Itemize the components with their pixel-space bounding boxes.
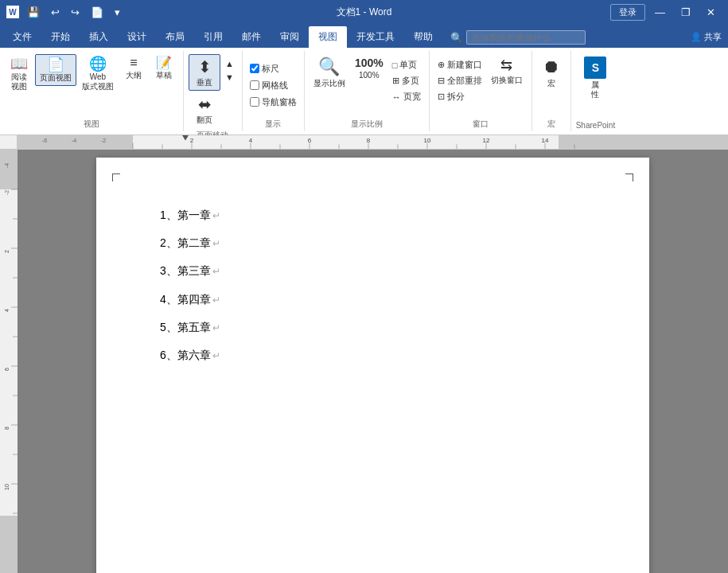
zoom-100-button[interactable]: 100% 100% [351, 54, 387, 83]
web-view-icon: 🌐 [89, 57, 107, 71]
split-button[interactable]: ⊡ 拆分 [434, 89, 485, 104]
qat-dropdown-button[interactable]: ▾ [111, 5, 123, 20]
pilcrow-1: ↵ [212, 208, 220, 225]
share-button[interactable]: 👤 共享 [684, 29, 728, 45]
svg-text:4: 4 [4, 309, 10, 312]
line-3-text: 3、第三章 [160, 261, 211, 281]
svg-rect-32 [0, 189, 18, 516]
new-window-button[interactable]: ⊕ 新建窗口 [434, 57, 485, 72]
svg-rect-2 [133, 135, 559, 149]
zoom-button[interactable]: 🔍 显示比例 [309, 54, 349, 91]
macro-button[interactable]: ⏺ 宏 [537, 54, 566, 91]
pilcrow-2: ↵ [212, 236, 220, 253]
line-5-text: 5、第五章 [160, 318, 211, 337]
tab-design[interactable]: 设计 [118, 26, 156, 48]
login-button[interactable]: 登录 [610, 4, 645, 21]
doc-line-5: 5、第五章↵ [160, 318, 586, 337]
document-page: 1、第一章↵ 2、第二章↵ 3、第三章↵ 4、第四章↵ 5、第五章↵ 6、第六章… [96, 158, 649, 573]
ribbon-group-page-move: ⬍ 垂直 ⬌ 翻页 ▲ ▼ 页面移动 [184, 51, 243, 131]
page-width-button[interactable]: ↔ 页宽 [389, 89, 424, 104]
ruler-checkbox-label[interactable]: 标尺 [247, 61, 282, 76]
tab-home[interactable]: 开始 [41, 26, 80, 48]
line-2-text: 2、第二章 [160, 233, 211, 253]
svg-text:4: 4 [249, 138, 253, 145]
split-icon: ⊡ [438, 92, 445, 102]
nav-pane-checkbox[interactable] [250, 97, 259, 107]
tab-file[interactable]: 文件 [3, 26, 41, 48]
new-doc-button[interactable]: 📄 [88, 5, 107, 20]
document-content[interactable]: 1、第一章↵ 2、第二章↵ 3、第三章↵ 4、第四章↵ 5、第五章↵ 6、第六章… [160, 205, 586, 365]
switch-window-button[interactable]: ⇆ 切换窗口 [487, 54, 527, 88]
redo-button[interactable]: ↪ [68, 5, 83, 20]
pilcrow-3: ↵ [212, 263, 220, 281]
minimize-button[interactable]: — [648, 5, 672, 20]
arrange-icon: ⊟ [438, 76, 445, 86]
tab-insert[interactable]: 插入 [80, 26, 118, 48]
doc-line-1: 1、第一章↵ [160, 205, 586, 225]
sharepoint-button[interactable]: S 属性 [580, 54, 610, 102]
next-page-button[interactable]: ▼ [222, 71, 237, 84]
document-area[interactable]: 1、第一章↵ 2、第二章↵ 3、第三章↵ 4、第四章↵ 5、第五章↵ 6、第六章… [18, 150, 728, 573]
gridlines-checkbox[interactable] [250, 80, 259, 90]
new-window-icon: ⊕ [438, 60, 445, 70]
doc-line-4: 4、第四章↵ [160, 290, 586, 310]
web-view-button[interactable]: 🌐 Web版式视图 [78, 54, 118, 94]
title-bar-left: W 💾 ↩ ↪ 📄 ▾ [6, 5, 123, 20]
draft-view-button[interactable]: 📝 草稿 [150, 54, 178, 83]
gridlines-checkbox-label[interactable]: 网格线 [247, 78, 290, 93]
tab-review[interactable]: 审阅 [271, 26, 309, 48]
line-6-text: 6、第六章 [160, 345, 211, 365]
svg-text:10: 10 [4, 484, 10, 490]
ruler-corner [0, 135, 18, 150]
sharepoint-icon: S [584, 57, 606, 79]
zoom-icon: 🔍 [318, 57, 340, 77]
ribbon-search-input[interactable] [466, 30, 586, 45]
read-view-button[interactable]: 📖 阅读视图 [5, 54, 33, 94]
close-button[interactable]: ✕ [700, 5, 722, 20]
svg-text:-4: -4 [4, 163, 10, 168]
multi-page-button[interactable]: ⊞ 多页 [389, 73, 424, 88]
tab-layout[interactable]: 布局 [156, 26, 194, 48]
title-bar: W 💾 ↩ ↪ 📄 ▾ 文档1 - Word 登录 — ❐ ✕ [0, 0, 728, 24]
group-label-display: 显示 [247, 116, 299, 131]
pilcrow-4: ↵ [212, 292, 220, 310]
undo-button[interactable]: ↩ [48, 5, 63, 20]
horizontal-button[interactable]: ⬌ 翻页 [189, 92, 220, 127]
svg-text:8: 8 [367, 138, 370, 145]
svg-text:12: 12 [483, 138, 490, 145]
zoom-100-icon: 100% [355, 57, 383, 69]
arrange-all-button[interactable]: ⊟ 全部重排 [434, 73, 485, 88]
svg-text:-2: -2 [101, 138, 106, 144]
save-button[interactable]: 💾 [24, 5, 43, 20]
window-title: 文档1 - Word [337, 6, 392, 19]
tab-developer[interactable]: 开发工具 [347, 26, 404, 48]
svg-text:-4: -4 [72, 138, 76, 144]
restore-button[interactable]: ❐ [675, 5, 697, 20]
doc-line-6: 6、第六章↵ [160, 345, 586, 365]
ruler-container: 2 4 6 8 10 12 14 -2 -4 -6 [0, 135, 728, 150]
macro-icon: ⏺ [543, 57, 560, 77]
tab-references[interactable]: 引用 [194, 26, 232, 48]
doc-line-2: 2、第二章↵ [160, 233, 586, 253]
svg-text:6: 6 [4, 368, 10, 371]
pilcrow-5: ↵ [212, 320, 220, 337]
vertical-button[interactable]: ⬍ 垂直 [189, 54, 220, 91]
svg-rect-30 [0, 150, 18, 189]
ribbon-group-view: 📖 阅读视图 📄 页面视图 🌐 Web版式视图 ≡ 大纲 📝 草稿 视图 [0, 51, 184, 131]
outline-view-button[interactable]: ≡ 大纲 [119, 54, 148, 83]
tab-mailings[interactable]: 邮件 [232, 26, 271, 48]
page-view-button[interactable]: 📄 页面视图 [35, 54, 76, 86]
nav-pane-checkbox-label[interactable]: 导航窗格 [247, 95, 299, 110]
one-page-button[interactable]: □ 单页 [389, 57, 424, 72]
svg-text:6: 6 [308, 138, 311, 145]
page-corner-tr [625, 173, 633, 181]
ruler-checkbox[interactable] [250, 64, 259, 73]
tab-help[interactable]: 帮助 [404, 26, 442, 48]
pilcrow-6: ↵ [212, 348, 220, 365]
prev-page-button[interactable]: ▲ [222, 57, 237, 70]
app-icon: W [6, 6, 19, 18]
svg-rect-31 [0, 516, 18, 573]
tab-view[interactable]: 视图 [309, 26, 347, 48]
svg-text:-6: -6 [42, 138, 47, 144]
share-icon: 👤 [691, 32, 702, 42]
